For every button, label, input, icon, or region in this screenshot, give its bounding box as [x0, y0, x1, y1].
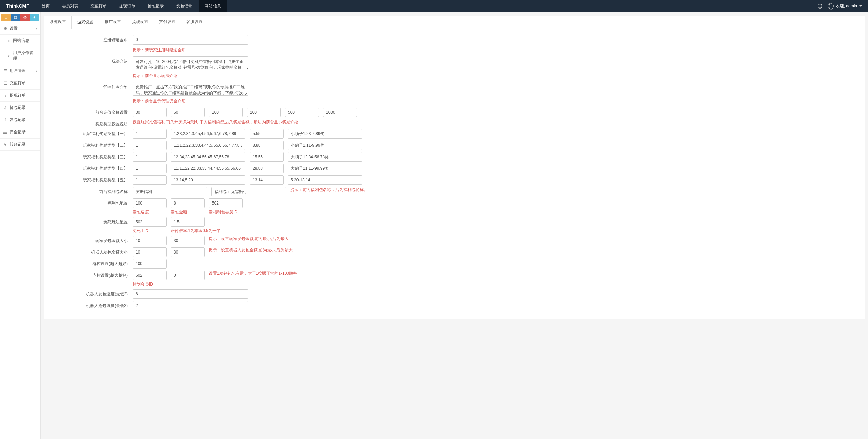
robot-send-input[interactable]	[133, 289, 248, 299]
sidebar-icon: ☰	[3, 81, 7, 85]
recharge-input-4[interactable]	[285, 108, 319, 117]
rw4-input-0[interactable]	[133, 164, 167, 173]
robot-grab-label: 机器人抢包速度(最低2)	[48, 301, 133, 309]
diankong-id[interactable]	[133, 271, 167, 280]
rw3-input-1[interactable]	[171, 152, 245, 162]
rw1-input-0[interactable]	[133, 129, 167, 139]
sidebar-item-label: 用户操作管理	[13, 50, 37, 62]
recharge-input-1[interactable]	[171, 108, 205, 117]
rw3-input-0[interactable]	[133, 152, 167, 162]
rw5-input-3[interactable]	[288, 175, 362, 185]
player-pack-hint: 提示：设置玩家发包金额,前为最小,后为最大.	[209, 236, 290, 242]
tab-4[interactable]: 支付设置	[154, 16, 181, 29]
rw1-input-2[interactable]	[250, 129, 284, 139]
robot-send-label: 机器人发包速度(最低2)	[48, 289, 133, 297]
reg-gold-input[interactable]	[133, 35, 248, 45]
home-icon[interactable]: ⌂	[1, 14, 11, 21]
fuli-name-2[interactable]	[211, 187, 286, 196]
tab-5[interactable]: 客服设置	[181, 16, 208, 29]
robot-pack-hint: 提示：设置机器人发包金额,前为最小,后为最大.	[209, 247, 294, 253]
rw4-input-2[interactable]	[250, 164, 284, 173]
rw2-label: 玩家福利奖励类型【二】	[48, 141, 133, 148]
recharge-input-3[interactable]	[247, 108, 281, 117]
user-menu[interactable]: 欢迎, admin	[828, 3, 862, 9]
tab-2[interactable]: 推广设置	[99, 16, 126, 29]
qunkong-input[interactable]	[133, 259, 167, 269]
play-intro-textarea[interactable]: 可发可抢，10-200七包1.6倍【免死中雷赔付本金】点击主页发送红包-设置红包…	[133, 56, 248, 70]
rw2-input-3[interactable]	[288, 141, 362, 150]
sidebar-item-8[interactable]: ▬佣金记录	[0, 126, 40, 139]
player-pack-label: 玩家发包金额大小	[48, 236, 133, 244]
topnav-3[interactable]: 提现订单	[113, 0, 141, 12]
rw4-input-1[interactable]	[171, 164, 245, 173]
rw5-input-0[interactable]	[133, 175, 167, 185]
rw4-input-3[interactable]	[288, 164, 362, 173]
sidebar-icon: ▬	[3, 130, 7, 134]
fuli-cfg-amount[interactable]	[171, 198, 205, 208]
agent-intro-hint: 提示：前台显示代理佣金介绍.	[133, 98, 861, 108]
fuli-cfg-memberid-hint: 发福利包会员ID	[209, 209, 243, 215]
fuli-cfg-speed[interactable]	[133, 198, 167, 208]
fuli-name-1[interactable]	[133, 187, 207, 196]
tab-1[interactable]: 游戏设置	[71, 16, 99, 29]
sidebar-item-9[interactable]: ¥转账记录	[0, 139, 40, 151]
sidebar-icon: ›	[7, 54, 11, 58]
chevron-down-icon	[859, 5, 862, 7]
sidebar-icon: ¥	[3, 143, 7, 147]
robot-grab-input[interactable]	[133, 301, 248, 310]
qunkong-label: 群控设置(越大越好)	[48, 259, 133, 267]
topnav-2[interactable]: 充值订单	[84, 0, 113, 12]
sidebar-item-2[interactable]: ›用户操作管理	[0, 47, 40, 65]
robot-pack-max[interactable]	[171, 247, 205, 257]
miansi-id[interactable]	[133, 217, 167, 227]
recharge-label: 前台充值金额设置	[48, 108, 133, 115]
sidebar-item-3[interactable]: ☰用户管理›	[0, 65, 40, 77]
rw2-input-0[interactable]	[133, 141, 167, 150]
sidebar-item-0[interactable]: ⚙设置›	[0, 22, 40, 35]
reward-desc-label: 奖励类型设置说明	[48, 119, 133, 127]
rw5-input-1[interactable]	[171, 175, 245, 185]
topnav-5[interactable]: 发包记录	[170, 0, 199, 12]
tab-0[interactable]: 系统设置	[44, 16, 71, 29]
rw2-input-2[interactable]	[250, 141, 284, 150]
diankong-val[interactable]	[171, 271, 205, 280]
topnav-1[interactable]: 会员列表	[56, 0, 84, 12]
miansi-label: 免死玩法配置	[48, 217, 133, 225]
player-pack-min[interactable]	[133, 236, 167, 245]
sidebar-item-5[interactable]: ↕提现订单	[0, 90, 40, 102]
agent-intro-textarea[interactable]: 免费推广，点击下方"我的推广二维码"获取你的专属推广二维码，玩家通过你的二维码进…	[133, 82, 248, 96]
recharge-input-0[interactable]	[133, 108, 167, 117]
sidebar-item-1[interactable]: ›网站信息	[0, 35, 40, 47]
rw1-input-1[interactable]	[171, 129, 245, 139]
rw5-input-2[interactable]	[250, 175, 284, 185]
recharge-input-5[interactable]	[323, 108, 357, 117]
tab-3[interactable]: 提现设置	[126, 16, 154, 29]
refresh-icon[interactable]	[817, 3, 823, 9]
robot-pack-min[interactable]	[133, 247, 167, 257]
sidebar-item-7[interactable]: ⇧发包记录	[0, 114, 40, 126]
diankong-sub: 控制会员ID	[133, 281, 167, 287]
window-icon[interactable]: □	[11, 14, 20, 21]
rw1-input-3[interactable]	[288, 129, 362, 139]
rw3-input-2[interactable]	[250, 152, 284, 162]
sidebar-item-label: 提现订单	[10, 93, 26, 98]
sidebar-item-6[interactable]: ⇩抢包记录	[0, 102, 40, 114]
topnav-0[interactable]: 首页	[35, 0, 56, 12]
sidebar-icon: ⇧	[3, 118, 7, 122]
diankong-hint: 设置1发包包包有雷，大于1按照正常的1-100胜率	[209, 271, 297, 276]
topnav-6[interactable]: 网站信息	[199, 0, 227, 12]
topnav-4[interactable]: 抢包记录	[141, 0, 170, 12]
play-intro-label: 玩法介绍	[48, 56, 133, 64]
star-icon[interactable]: ✦	[30, 14, 39, 21]
rw3-label: 玩家福利奖励类型【三】	[48, 152, 133, 160]
recharge-input-2[interactable]	[209, 108, 243, 117]
sidebar-item-label: 佣金记录	[10, 129, 26, 135]
sidebar-item-4[interactable]: ☰充值订单	[0, 77, 40, 90]
player-pack-max[interactable]	[171, 236, 205, 245]
rw3-input-3[interactable]	[288, 152, 362, 162]
fuli-cfg-memberid[interactable]	[209, 198, 243, 208]
sidebar-item-label: 抢包记录	[10, 105, 26, 111]
gear-icon[interactable]: ⚙	[20, 14, 30, 21]
rw2-input-1[interactable]	[171, 141, 245, 150]
miansi-rate[interactable]	[171, 217, 205, 227]
